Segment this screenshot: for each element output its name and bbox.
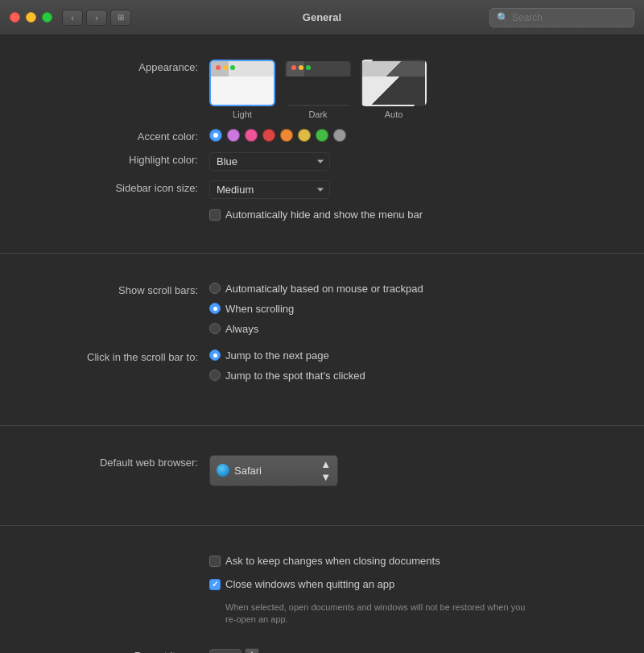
highlight-color-select[interactable]: Blue <box>209 152 330 171</box>
menu-bar-checkbox-row: Automatically hide and show the menu bar <box>209 209 423 222</box>
sidebar-icon-select-wrapper: Medium <box>209 180 330 199</box>
search-input[interactable] <box>512 12 627 23</box>
default-browser-row: Default web browser: Safari ▲ ▼ <box>32 455 612 486</box>
ask-keep-changes-row: Ask to keep changes when closing documen… <box>209 555 440 568</box>
swatch-blue[interactable] <box>209 129 222 142</box>
close-windows-checkbox[interactable] <box>209 579 221 590</box>
recent-items-stepper: 10 ▲ ▼ <box>209 648 259 653</box>
grid-button[interactable]: ⊞ <box>110 10 131 26</box>
appearance-option-auto[interactable]: Auto <box>361 60 427 119</box>
documents-section: Ask to keep changes when closing documen… <box>0 534 644 653</box>
appearance-options: Light Dark <box>209 60 427 119</box>
safari-icon <box>217 464 229 477</box>
swatch-red[interactable] <box>262 129 275 142</box>
dot-yellow <box>223 65 228 70</box>
close-windows-label: Close windows when quitting an app <box>225 578 394 592</box>
click-scroll-label: Click in the scroll bar to: <box>32 349 209 363</box>
default-browser-control: Safari ▲ ▼ <box>209 455 612 486</box>
ask-keep-changes-label: Ask to keep changes when closing documen… <box>225 555 440 568</box>
chevron-icon: ▲ ▼ <box>320 458 331 483</box>
thumb-dots-dark <box>291 65 311 70</box>
click-spot-radio[interactable] <box>209 370 221 381</box>
appearance-thumb-auto[interactable] <box>361 60 427 106</box>
scroll-when-scrolling-row: When scrolling <box>209 303 294 315</box>
thumb-dots-light <box>216 65 235 70</box>
ask-keep-changes-checkbox[interactable] <box>209 556 221 567</box>
highlight-color-select-wrapper: Blue <box>209 152 330 171</box>
search-icon: 🔍 <box>497 12 509 23</box>
appearance-section: Appearance: Light <box>0 52 644 245</box>
menu-bar-control: Automatically hide and show the menu bar <box>209 209 612 227</box>
accent-color-label: Accent color: <box>32 129 209 143</box>
divider-3 <box>0 525 644 526</box>
click-scroll-row: Click in the scroll bar to: Jump to the … <box>32 349 612 386</box>
maximize-button[interactable] <box>42 12 52 23</box>
scroll-always-radio[interactable] <box>209 323 221 334</box>
swatch-pink[interactable] <box>245 129 258 142</box>
swatch-graphite[interactable] <box>333 129 346 142</box>
appearance-option-light[interactable]: Light <box>209 60 275 119</box>
search-box[interactable]: 🔍 <box>489 8 634 27</box>
scroll-when-scrolling-radio[interactable] <box>209 303 221 314</box>
show-scroll-bars-label: Show scroll bars: <box>32 283 209 296</box>
default-browser-value: Safari <box>234 465 262 477</box>
appearance-name-auto: Auto <box>385 110 403 119</box>
default-browser-select[interactable]: Safari ▲ ▼ <box>209 455 338 486</box>
documents-row: Ask to keep changes when closing documen… <box>32 555 612 626</box>
documents-control: Ask to keep changes when closing documen… <box>209 555 612 626</box>
stepper-up[interactable]: ▲ <box>245 648 259 653</box>
scroll-always-label: Always <box>225 323 258 335</box>
appearance-row: Appearance: Light <box>32 60 612 119</box>
swatch-yellow[interactable] <box>298 129 311 142</box>
show-scroll-bars-control: Automatically based on mouse or trackpad… <box>209 283 612 340</box>
titlebar: ‹ › ⊞ General 🔍 <box>0 0 644 35</box>
recent-items-row: Recent items: 10 ▲ ▼ Documents, Apps, an… <box>32 648 612 653</box>
scroll-auto-radio[interactable] <box>209 283 221 294</box>
dot-red <box>216 65 221 70</box>
default-browser-label: Default web browser: <box>32 455 209 469</box>
click-next-label: Jump to the next page <box>225 349 329 362</box>
highlight-color-control: Blue <box>209 152 612 171</box>
appearance-thumb-light[interactable] <box>209 60 275 106</box>
recent-items-control: 10 ▲ ▼ Documents, Apps, and Servers <box>209 648 612 653</box>
appearance-name-light: Light <box>233 110 252 119</box>
recent-items-value: 10 <box>209 649 242 653</box>
swatch-green[interactable] <box>316 129 328 142</box>
accent-color-row: Accent color: <box>32 129 612 143</box>
divider-2 <box>0 425 644 426</box>
minimize-button[interactable] <box>26 12 36 23</box>
main-content: Appearance: Light <box>0 35 644 653</box>
highlight-color-row: Highlight color: Blue <box>32 152 612 171</box>
click-next-radio[interactable] <box>209 349 221 361</box>
appearance-label: Appearance: <box>32 60 209 73</box>
dot-green <box>230 65 235 70</box>
sidebar-icon-row: Sidebar icon size: Medium <box>32 180 612 199</box>
close-windows-row: Close windows when quitting an app <box>209 578 394 592</box>
appearance-option-dark[interactable]: Dark <box>285 60 351 119</box>
menu-bar-checkbox[interactable] <box>209 209 221 221</box>
browser-section: Default web browser: Safari ▲ ▼ <box>0 434 644 517</box>
sidebar-icon-control: Medium <box>209 180 612 199</box>
color-swatches <box>209 129 346 142</box>
scroll-auto-label: Automatically based on mouse or trackpad <box>225 283 423 295</box>
back-button[interactable]: ‹ <box>62 10 83 26</box>
swatch-purple[interactable] <box>227 129 240 142</box>
accent-color-control <box>209 129 612 142</box>
swatch-orange[interactable] <box>280 129 293 142</box>
forward-button[interactable]: › <box>86 10 107 26</box>
documents-label <box>32 555 209 556</box>
click-spot-row: Jump to the spot that's clicked <box>209 370 365 382</box>
traffic-lights <box>10 12 52 23</box>
click-spot-label: Jump to the spot that's clicked <box>225 370 365 382</box>
scroll-when-scrolling-label: When scrolling <box>225 303 294 315</box>
sidebar-icon-select[interactable]: Medium <box>209 180 330 199</box>
appearance-name-dark: Dark <box>308 110 327 119</box>
scroll-auto-row: Automatically based on mouse or trackpad <box>209 283 423 295</box>
appearance-thumb-dark[interactable] <box>285 60 351 106</box>
menu-bar-checkbox-label: Automatically hide and show the menu bar <box>225 209 423 222</box>
close-button[interactable] <box>10 12 20 23</box>
menu-bar-row: Automatically hide and show the menu bar <box>32 209 612 227</box>
appearance-control: Light Dark <box>209 60 612 119</box>
show-scroll-bars-row: Show scroll bars: Automatically based on… <box>32 283 612 340</box>
divider-1 <box>0 253 644 254</box>
